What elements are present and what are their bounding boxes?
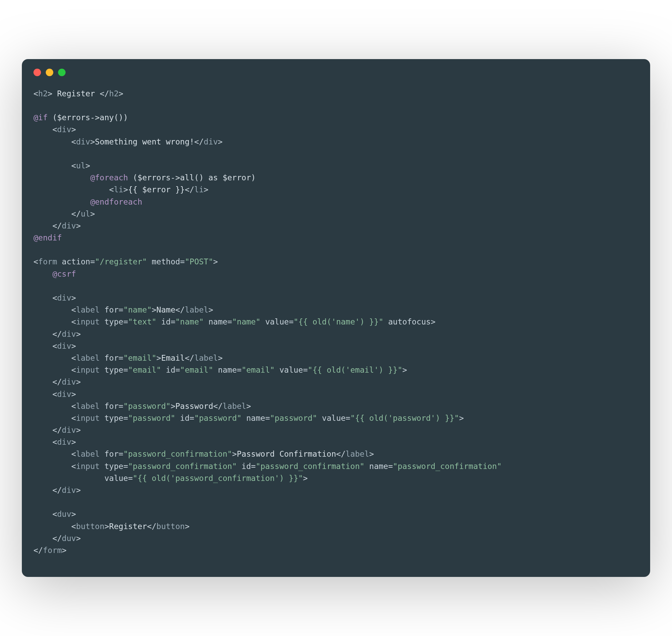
code-line: <div>: [33, 342, 76, 350]
code-line: </div>: [33, 486, 81, 495]
code-line: @endif: [33, 233, 62, 242]
code-line: @foreach ($errors->all() as $error): [33, 173, 256, 182]
editor-frame-outer: <h2> Register </h2> @if ($errors->any())…: [22, 59, 650, 577]
code-line: <div>: [33, 438, 76, 446]
code-line: <input type="password_confirmation" id="…: [33, 462, 502, 471]
code-line: <input type="email" id="email" name="ema…: [33, 365, 407, 374]
code-line: <duv>: [33, 510, 76, 519]
code-editor[interactable]: <h2> Register </h2> @if ($errors->any())…: [33, 88, 639, 556]
maximize-icon[interactable]: [58, 69, 66, 76]
window-titlebar: [33, 69, 639, 76]
code-line: @if ($errors->any()): [33, 113, 128, 122]
code-line: </form>: [33, 546, 67, 555]
editor-window: <h2> Register </h2> @if ($errors->any())…: [22, 59, 650, 577]
code-line: <div>: [33, 390, 76, 399]
code-line: <label for="email">Email</label>: [33, 354, 223, 362]
close-icon[interactable]: [33, 69, 41, 76]
code-line: </div>: [33, 377, 81, 386]
code-line: </div>: [33, 330, 81, 338]
code-line: @endforeach: [33, 197, 142, 206]
code-line: <input type="password" id="password" nam…: [33, 414, 464, 423]
code-line: <button>Register</button>: [33, 522, 190, 531]
code-line: <div>: [33, 293, 76, 302]
code-line: <form action="/register" method="POST">: [33, 257, 218, 266]
code-line: value="{{ old('password_confirmation') }…: [33, 474, 308, 483]
code-line: <label for="name">Name</label>: [33, 305, 213, 314]
code-line: <h2> Register </h2>: [33, 89, 123, 98]
code-line: <input type="text" id="name" name="name"…: [33, 317, 435, 326]
code-line: @csrf: [33, 269, 76, 278]
code-line: </div>: [33, 221, 81, 230]
code-line: <label for="password">Password</label>: [33, 402, 251, 411]
code-line: </ul>: [33, 209, 95, 218]
code-line: <div>: [33, 125, 76, 134]
code-line: </duv>: [33, 534, 81, 543]
code-line: <li>{{ $error }}</li>: [33, 185, 208, 194]
code-line: <div>Something went wrong!</div>: [33, 137, 223, 146]
code-line: </div>: [33, 426, 81, 434]
code-line: <label for="password_confirmation">Passw…: [33, 450, 374, 458]
minimize-icon[interactable]: [46, 69, 53, 76]
code-line: <ul>: [33, 161, 90, 170]
